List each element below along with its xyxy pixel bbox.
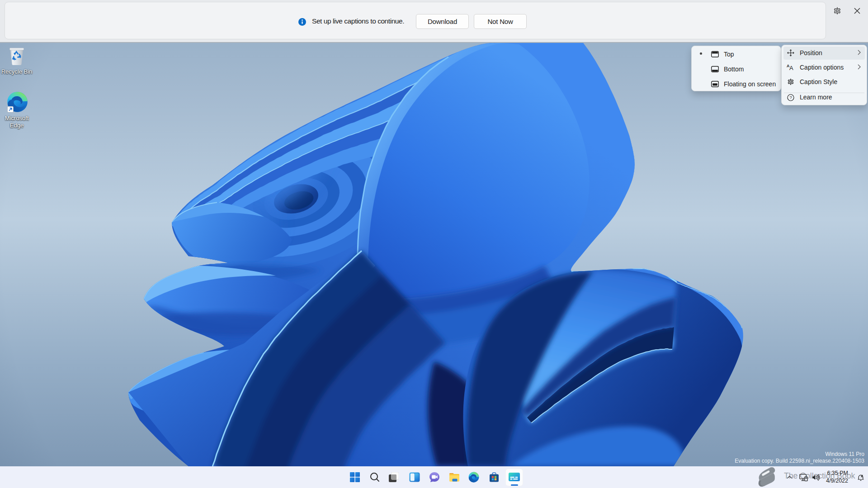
svg-text:?: ? [789, 95, 792, 100]
svg-text:A: A [789, 65, 793, 71]
